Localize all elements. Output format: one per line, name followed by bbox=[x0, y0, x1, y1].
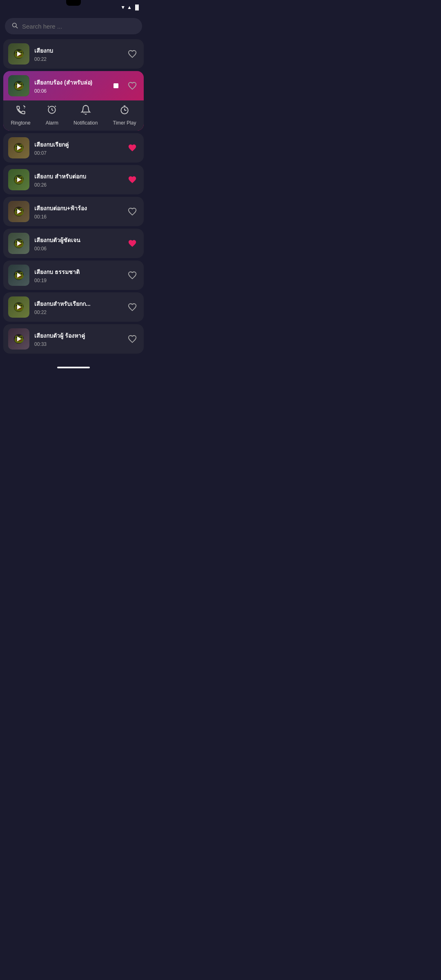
svg-line-6 bbox=[48, 106, 49, 107]
notification-icon bbox=[80, 105, 91, 118]
list-item[interactable]: 🐸เสียงกบตัวผู้ ร้องหาคู่00:33 bbox=[3, 324, 144, 354]
list-item[interactable]: 🐸เสียงกบเรียกคู่00:07 bbox=[3, 133, 144, 163]
search-bar[interactable] bbox=[5, 18, 142, 34]
sound-controls bbox=[126, 173, 139, 186]
sound-list: 🐸เสียงกบ00:22🐸เสียงกบร้อง (สำหรับล่อ)00:… bbox=[0, 39, 147, 354]
sound-duration: 00:26 bbox=[34, 182, 121, 188]
sound-info: เสียงกบ สำหรับต่อกบ00:26 bbox=[34, 172, 121, 188]
action-item-notification[interactable]: Notification bbox=[74, 105, 98, 126]
alarm-icon bbox=[47, 105, 57, 118]
action-item-timer-play[interactable]: Timer Play bbox=[113, 105, 136, 126]
play-overlay[interactable] bbox=[14, 81, 24, 91]
sound-title: เสียงกบร้อง (สำหรับล่อ) bbox=[34, 78, 105, 87]
thumbnail: 🐸 bbox=[8, 233, 29, 254]
favorite-button[interactable] bbox=[126, 141, 139, 154]
status-icons: ▼ ▲ ▐▌ bbox=[120, 4, 140, 10]
play-overlay[interactable] bbox=[14, 270, 24, 280]
sound-info: เสียงกบต่อกบ+ฟ้าร้อง00:16 bbox=[34, 204, 121, 220]
notification-label: Notification bbox=[74, 120, 98, 126]
ringtone-icon bbox=[16, 105, 26, 118]
favorite-button[interactable] bbox=[126, 301, 139, 314]
sound-info: เสียงกบ00:22 bbox=[34, 46, 121, 62]
favorite-button[interactable] bbox=[126, 205, 139, 218]
svg-rect-2 bbox=[114, 83, 118, 88]
sound-title: เสียงกบตัวผู้ ร้องหาคู่ bbox=[34, 331, 121, 340]
alarm-label: Alarm bbox=[46, 120, 58, 126]
favorite-button[interactable] bbox=[126, 47, 139, 60]
play-overlay[interactable] bbox=[14, 302, 24, 312]
sound-controls bbox=[126, 301, 139, 314]
bottom-bar bbox=[0, 362, 147, 370]
bottom-indicator bbox=[57, 367, 90, 368]
list-item[interactable]: 🐸เสียงกบตัวผู้ชัดเจน00:06 bbox=[3, 229, 144, 258]
thumbnail: 🐸 bbox=[8, 201, 29, 222]
sound-info: เสียงกบตัวผู้ ร้องหาคู่00:33 bbox=[34, 331, 121, 347]
sound-title: เสียงกบ ธรรมชาติ bbox=[34, 267, 121, 276]
inline-action-bar: RingtoneAlarmNotificationTimer Play bbox=[3, 100, 144, 131]
sound-info: เสียงกบสำหรับเรียกก...00:22 bbox=[34, 299, 121, 315]
play-overlay[interactable] bbox=[14, 143, 24, 153]
ringtone-label: Ringtone bbox=[11, 120, 31, 126]
sound-duration: 00:06 bbox=[34, 246, 121, 252]
thumbnail: 🐸 bbox=[8, 265, 29, 286]
sound-duration: 00:22 bbox=[34, 56, 121, 62]
list-item[interactable]: 🐸เสียงกบ00:22 bbox=[3, 39, 144, 69]
svg-line-1 bbox=[16, 27, 18, 28]
play-overlay[interactable] bbox=[14, 207, 24, 216]
thumbnail: 🐸 bbox=[8, 328, 29, 350]
wifi-icon: ▼ bbox=[120, 4, 125, 10]
sound-info: เสียงกบตัวผู้ชัดเจน00:06 bbox=[34, 236, 121, 252]
notch bbox=[66, 0, 81, 6]
svg-line-5 bbox=[52, 110, 53, 111]
sound-info: เสียงกบร้อง (สำหรับล่อ)00:06 bbox=[34, 78, 105, 94]
sound-controls bbox=[126, 332, 139, 345]
list-item[interactable]: 🐸เสียงกบต่อกบ+ฟ้าร้อง00:16 bbox=[3, 197, 144, 226]
sound-duration: 00:22 bbox=[34, 310, 121, 315]
sound-controls bbox=[126, 141, 139, 154]
battery-icon: ▐▌ bbox=[134, 4, 140, 10]
favorite-button[interactable] bbox=[126, 269, 139, 282]
status-bar: ▼ ▲ ▐▌ bbox=[0, 0, 147, 15]
search-icon bbox=[11, 22, 18, 30]
play-overlay[interactable] bbox=[14, 238, 24, 248]
signal-icon: ▲ bbox=[127, 4, 132, 10]
sound-controls bbox=[126, 205, 139, 218]
list-item[interactable]: 🐸เสียงกบ สำหรับต่อกบ00:26 bbox=[3, 165, 144, 194]
action-item-ringtone[interactable]: Ringtone bbox=[11, 105, 31, 126]
favorite-button[interactable] bbox=[126, 79, 139, 92]
stop-button[interactable] bbox=[109, 79, 122, 92]
list-item[interactable]: 🐸เสียงกบ ธรรมชาติ00:19 bbox=[3, 261, 144, 290]
timer-play-label: Timer Play bbox=[113, 120, 136, 126]
thumbnail: 🐸 bbox=[8, 137, 29, 158]
sound-controls bbox=[126, 269, 139, 282]
active-item-wrapper: 🐸เสียงกบร้อง (สำหรับล่อ)00:06RingtoneAla… bbox=[3, 71, 144, 131]
sound-info: เสียงกบ ธรรมชาติ00:19 bbox=[34, 267, 121, 283]
sound-controls bbox=[109, 79, 139, 92]
sound-duration: 00:19 bbox=[34, 278, 121, 283]
play-overlay[interactable] bbox=[14, 175, 24, 185]
thumbnail: 🐸 bbox=[8, 169, 29, 190]
sound-duration: 00:33 bbox=[34, 341, 121, 347]
sound-title: เสียงกบต่อกบ+ฟ้าร้อง bbox=[34, 204, 121, 213]
list-item[interactable]: 🐸เสียงกบสำหรับเรียกก...00:22 bbox=[3, 292, 144, 322]
thumbnail: 🐸 bbox=[8, 43, 29, 65]
sound-title: เสียงกบสำหรับเรียกก... bbox=[34, 299, 121, 308]
favorite-button[interactable] bbox=[126, 173, 139, 186]
svg-line-7 bbox=[55, 106, 56, 107]
sound-title: เสียงกบเรียกคู่ bbox=[34, 140, 121, 149]
search-input[interactable] bbox=[22, 23, 136, 30]
sound-duration: 00:16 bbox=[34, 214, 121, 220]
play-overlay[interactable] bbox=[14, 49, 24, 59]
play-overlay[interactable] bbox=[14, 334, 24, 344]
thumbnail: 🐸 bbox=[8, 75, 29, 96]
sound-info: เสียงกบเรียกคู่00:07 bbox=[34, 140, 121, 156]
sound-duration: 00:07 bbox=[34, 150, 121, 156]
sound-controls bbox=[126, 237, 139, 250]
sound-title: เสียงกบ bbox=[34, 46, 121, 55]
favorite-button[interactable] bbox=[126, 237, 139, 250]
list-item[interactable]: 🐸เสียงกบร้อง (สำหรับล่อ)00:06 bbox=[3, 71, 144, 100]
sound-title: เสียงกบตัวผู้ชัดเจน bbox=[34, 236, 121, 245]
thumbnail: 🐸 bbox=[8, 296, 29, 318]
favorite-button[interactable] bbox=[126, 332, 139, 345]
action-item-alarm[interactable]: Alarm bbox=[46, 105, 58, 126]
